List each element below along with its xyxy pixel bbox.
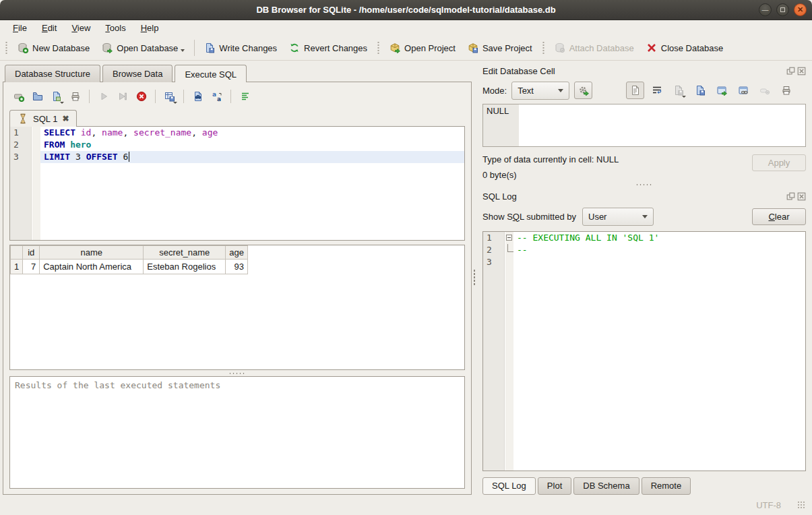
dock-tab-sql-log[interactable]: SQL Log: [482, 477, 536, 495]
clear-log-button[interactable]: Clear: [752, 208, 806, 225]
dock-splitter-vertical[interactable]: [472, 61, 476, 495]
cell-age[interactable]: 93: [226, 260, 248, 274]
cell-edit-toolbar: [574, 82, 806, 99]
cell-value-editor[interactable]: NULL: [482, 104, 806, 147]
column-header-age[interactable]: age: [226, 246, 248, 260]
mode-label: Mode:: [482, 86, 507, 96]
minimize-button[interactable]: —: [759, 3, 772, 16]
close-database-label: Close Database: [661, 43, 724, 53]
show-sql-label: Show SQL submitted by: [482, 212, 576, 222]
save-as-button[interactable]: [691, 82, 709, 99]
open-database-label: Open Database: [117, 43, 178, 53]
cell-info-row: Type of data currently in cell: NULL 0 b…: [482, 154, 806, 180]
encoding-indicator[interactable]: UTF-8: [756, 500, 781, 510]
print-sql-button[interactable]: [66, 88, 84, 105]
dock-tab-plot[interactable]: Plot: [538, 477, 571, 495]
save-sql-file-button[interactable]: [47, 88, 65, 105]
open-sql-file-button[interactable]: [28, 88, 46, 105]
set-null-button[interactable]: [755, 82, 774, 99]
open-database-icon: [102, 42, 113, 53]
auto-apply-button[interactable]: [574, 82, 592, 99]
line-number: 1: [483, 232, 505, 244]
cell-mode-row: Mode: Text: [482, 78, 806, 102]
mode-select[interactable]: Text: [511, 82, 569, 100]
revert-changes-button[interactable]: Revert Changes: [283, 39, 373, 57]
menu-tools[interactable]: Tools: [98, 22, 133, 35]
import-file-icon: [673, 85, 684, 96]
close-button[interactable]: ✕: [794, 3, 807, 16]
text-mode-button[interactable]: [626, 82, 644, 99]
cell-id[interactable]: 7: [23, 260, 40, 274]
query-results-table[interactable]: idnamesecret_nameage17Captain North Amer…: [9, 245, 465, 370]
dock-splitter-horizontal[interactable]: [482, 180, 806, 189]
attach-database-button[interactable]: Attach Database: [549, 39, 640, 57]
tab-execute-sql[interactable]: Execute SQL: [175, 65, 247, 82]
log-text: --: [513, 244, 805, 256]
log-line-3: 3: [483, 256, 805, 268]
dock-tab-remote[interactable]: Remote: [642, 477, 691, 495]
sql-editor[interactable]: 1SELECT id, name, secret_name, age2FROM …: [9, 126, 465, 241]
sql-tab-sql1[interactable]: SQL 1 ✖: [9, 110, 77, 127]
table-row[interactable]: 17Captain North AmericaEsteban Rogelios9…: [11, 260, 248, 274]
execute-line-icon: [117, 91, 128, 102]
close-panel-icon[interactable]: [797, 192, 806, 201]
tab-browse-data[interactable]: Browse Data: [102, 65, 173, 82]
log-filter-select[interactable]: User: [582, 208, 654, 226]
float-panel-icon[interactable]: [786, 67, 795, 75]
svg-text:a: a: [217, 96, 221, 102]
dock-tab-db-schema[interactable]: DB Schema: [573, 477, 639, 495]
print-cell-button[interactable]: [777, 82, 795, 99]
stop-button[interactable]: [132, 88, 150, 105]
open-project-button[interactable]: Open Project: [383, 39, 462, 57]
apply-button[interactable]: Apply: [752, 154, 806, 171]
execute-all-button[interactable]: [94, 88, 113, 105]
menu-view[interactable]: View: [64, 22, 98, 35]
column-header-secret-name[interactable]: secret_name: [144, 246, 226, 260]
title-bar[interactable]: DB Browser for SQLite - /home/user/code/…: [0, 0, 812, 20]
edit-cell-header: Edit Database Cell: [482, 63, 806, 78]
format-sql-button[interactable]: [236, 88, 254, 105]
print-sql-icon: [70, 91, 81, 102]
code-text: LIMIT 3 OFFSET 6: [40, 151, 464, 163]
maximize-button[interactable]: [776, 3, 789, 16]
tab-database-structure[interactable]: Database Structure: [5, 65, 100, 82]
resize-grip[interactable]: [797, 501, 805, 509]
import-file-button[interactable]: [669, 82, 687, 99]
menu-file[interactable]: File: [5, 22, 34, 35]
export-data-button[interactable]: [712, 82, 730, 99]
revert-changes-label: Revert Changes: [304, 43, 367, 53]
column-header-id[interactable]: id: [23, 246, 40, 260]
dock-tab-bar: SQL LogPlotDB SchemaRemote: [482, 477, 806, 495]
menu-help[interactable]: Help: [133, 22, 166, 35]
toolbar-handle: [542, 40, 545, 55]
toolbar-separator: [230, 90, 231, 103]
toolbar-separator: [183, 90, 184, 103]
word-wrap-button[interactable]: [648, 82, 666, 99]
toolbar-separator: [89, 90, 90, 103]
menu-edit[interactable]: Edit: [34, 22, 64, 35]
link-data-button[interactable]: [734, 82, 752, 99]
save-project-icon: [468, 42, 478, 53]
new-database-button[interactable]: New Database: [11, 39, 96, 57]
sql-log-title: SQL Log: [482, 191, 784, 202]
format-sql-icon: [240, 91, 251, 102]
open-sql-tab-button[interactable]: [9, 88, 28, 105]
execute-line-button[interactable]: [113, 88, 131, 105]
close-panel-icon[interactable]: [797, 67, 806, 75]
replace-button[interactable]: aa: [208, 88, 226, 105]
open-database-button[interactable]: Open Database: [96, 39, 191, 57]
cell-name[interactable]: Captain North America: [40, 260, 144, 274]
save-results-button[interactable]: [160, 88, 179, 105]
sql-log-view[interactable]: 1-- EXECUTING ALL IN 'SQL 1'2--3: [482, 231, 806, 471]
main-area: Database StructureBrowse DataExecute SQL…: [0, 61, 812, 495]
save-project-button[interactable]: Save Project: [462, 39, 538, 57]
float-panel-icon[interactable]: [786, 192, 795, 201]
find-button[interactable]: [189, 88, 207, 105]
close-database-button[interactable]: Close Database: [640, 39, 730, 57]
column-header-name[interactable]: name: [40, 246, 144, 260]
sql-tab-close-icon[interactable]: ✖: [62, 114, 69, 123]
write-changes-button[interactable]: Write Changes: [198, 39, 283, 57]
cell-secret-name[interactable]: Esteban Rogelios: [144, 260, 226, 274]
dropdown-caret-icon: [173, 102, 177, 104]
results-splitter[interactable]: [9, 370, 465, 376]
